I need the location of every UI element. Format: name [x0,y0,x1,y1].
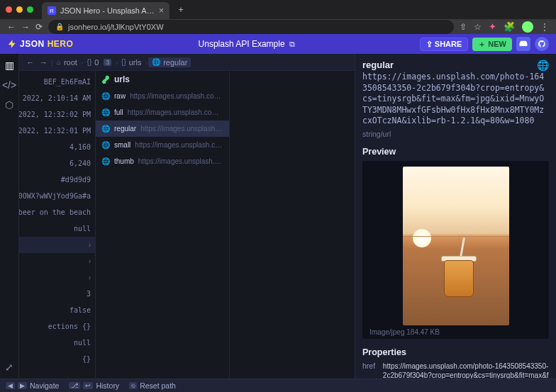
statusbar: ◀▶Navigate ⎇↩History ⎋Reset path [0,379,556,392]
url-row-thumb[interactable]: 🌐thumb https://images.unsplash.com/… [96,153,229,169]
app-header: JSONHERO Unsplash API Example ⧉ ⇪ SHARE … [0,34,556,54]
new-button[interactable]: ＋ NEW [472,38,512,51]
tabstrip: R JSON Hero - Unsplash API Ex… × ＋ [0,0,556,19]
column-header: urls [96,71,229,88]
extensions-icon[interactable]: 🧩 [504,21,515,32]
image-meta: Image/jpeg 184.47 KB [362,325,549,336]
inspector-title: regular [362,60,549,70]
property-row: href https://images.unsplash.com/photo-1… [362,362,549,379]
brand[interactable]: JSONHERO [7,39,73,49]
list-item[interactable]: {} [19,351,95,367]
properties-header: Properties [362,347,549,357]
list-item[interactable]: ections {} [19,318,95,335]
home-icon: ⌂ [57,58,61,66]
crumb-urls[interactable]: {}urls [118,58,144,67]
sb-navigate[interactable]: ◀▶Navigate [6,381,59,390]
list-item[interactable]: BEF_Eh6FmAI [19,74,95,90]
list-item[interactable]: null [19,335,95,351]
list-item[interactable]: null [19,220,95,237]
globe-icon: 🌐 [101,92,110,100]
url-row-small[interactable]: 🌐small https://images.unsplash.com/p… [96,137,229,153]
breadcrumbs: ← → | ⌂root › {}03 › {}urls › 🌐regular [19,54,355,71]
new-tab-button[interactable]: ＋ [174,3,188,17]
preview-box: Image/jpeg 184.47 KB [362,161,549,339]
bookmark-icon[interactable]: ☆ [474,22,482,32]
list-item[interactable]: › [19,269,95,286]
bolt-icon [7,39,17,49]
rail: ▥ </> ⬡ ⤢ [0,54,19,379]
property-value: https://images.unsplash.com/photo-164350… [383,362,549,379]
globe-icon: 🌐 [101,108,110,116]
traffic-lights[interactable] [6,6,33,13]
property-key: href [362,362,376,379]
list-item[interactable]: 3 [19,286,95,302]
list-item[interactable]: 4,160 [19,139,95,155]
globe-icon: 🌐 [101,141,110,149]
lock-icon: 🔒 [55,23,64,30]
brand-b: HERO [48,39,74,49]
tab-title: JSON Hero - Unsplash API Ex… [60,6,155,15]
close-icon[interactable]: × [159,6,164,16]
parent-column: BEF_Eh6FmAI0, 2022, 2:10:14 AM1, 2022, 1… [19,71,95,379]
share-icon[interactable]: ⇧ [460,22,467,32]
favicon-icon: R [48,6,56,15]
extension-icon[interactable]: ✦ [489,21,496,32]
app-actions: ⇪ SHARE ＋ NEW [420,37,549,51]
forward-icon[interactable]: → [21,22,30,32]
open-icon[interactable]: ⧉ [289,40,295,49]
profile-avatar[interactable] [522,21,533,33]
globe-icon: 🌐 [152,58,160,66]
url-field[interactable]: 🔒 jsonhero.io/j/tJlKnpVtY0XW [48,20,454,34]
browser-chrome: R JSON Hero - Unsplash API Ex… × ＋ ← → ⟳… [0,0,556,34]
inspector: 🌐 regular https://images.unsplash.com/ph… [355,54,556,379]
crumb-root[interactable]: ⌂root [54,58,80,67]
list-item[interactable]: 0, 2022, 2:10:14 AM [19,90,95,106]
sb-reset[interactable]: ⎋Reset path [129,381,176,390]
address-bar: ← → ⟳ 🔒 jsonhero.io/j/tJlKnpVtY0XW ⇧ ☆ ✦… [0,19,556,34]
crumb-regular[interactable]: 🌐regular [148,57,191,67]
sb-history[interactable]: ⎇↩History [69,381,119,390]
list-item[interactable]: 1, 2022, 12:32:02 PM [19,106,95,123]
bc-fwd[interactable]: → [37,58,50,67]
link-icon [101,75,110,84]
preview-image[interactable] [403,167,509,325]
inspector-value: https://images.unsplash.com/photo-164350… [362,72,549,127]
empty-column [230,71,355,379]
discord-icon[interactable] [516,37,530,51]
expand-icon[interactable]: ⤢ [5,362,13,373]
code-view-icon[interactable]: </> [2,79,16,91]
url-row-raw[interactable]: 🌐raw https://images.unsplash.com/ph… [96,88,229,104]
list-item[interactable]: FjY0OWX?wWVjYod9Ga#a [19,188,95,204]
tree-view-icon[interactable]: ⬡ [5,99,13,111]
globe-icon[interactable]: 🌐 [537,60,549,71]
list-item[interactable]: › [19,253,95,269]
crumb-0[interactable]: {}03 [84,58,115,67]
globe-icon: 🌐 [101,157,110,165]
url-row-regular[interactable]: 🌐regular https://images.unsplash.com… [96,121,229,137]
globe-icon: 🌐 [101,125,110,133]
github-icon[interactable] [535,37,549,51]
list-item[interactable]: 6,240 [19,155,95,172]
share-button[interactable]: ⇪ SHARE [420,38,469,51]
list-item[interactable]: #d9d9d9 [19,172,95,188]
back-icon[interactable]: ← [7,22,16,32]
app-title: Unsplash API Example ⧉ [199,39,295,49]
list-item[interactable]: old beer on the beach [19,204,95,220]
preview-header: Preview [362,147,549,157]
menu-icon[interactable]: ⋮ [540,22,549,32]
browser-tab[interactable]: R JSON Hero - Unsplash API Ex… × [42,2,169,19]
url-row-full[interactable]: 🌐full https://images.unsplash.com/ph… [96,104,229,121]
brand-a: JSON [20,39,45,49]
list-item[interactable]: › [19,237,95,253]
columns-view-icon[interactable]: ▥ [5,60,14,71]
title-text: Unsplash API Example [199,39,285,49]
reload-icon[interactable]: ⟳ [35,22,43,32]
bc-back[interactable]: ← [23,58,37,67]
list-item[interactable]: 1, 2022, 12:32:01 PM [19,123,95,139]
url-text: jsonhero.io/j/tJlKnpVtY0XW [68,23,164,31]
urls-column: urls 🌐raw https://images.unsplash.com/ph… [95,71,230,379]
main: ▥ </> ⬡ ⤢ ← → | ⌂root › {}03 › {}urls › … [0,54,556,379]
inspector-type: string/url [362,130,549,138]
list-item[interactable]: false [19,302,95,318]
